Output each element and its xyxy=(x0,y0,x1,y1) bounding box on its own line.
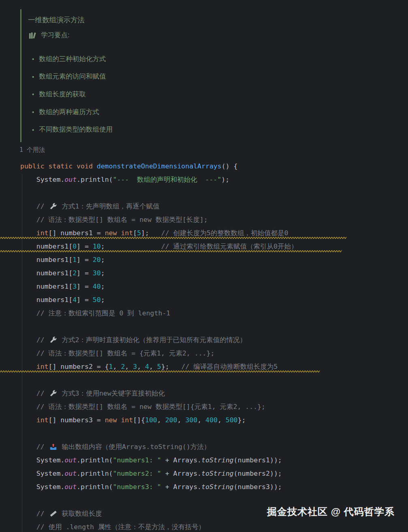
doc-bullet: 数组的两种遍历方式 xyxy=(28,103,312,121)
code-line[interactable]: public static void demonstrateOneDimensi… xyxy=(20,160,297,173)
code-line[interactable]: System.out.println("numbers1: " + Arrays… xyxy=(20,453,297,467)
code-line[interactable] xyxy=(20,427,297,440)
code-line[interactable]: // 使用 .length 属性（注意：不是方法，没有括号） xyxy=(20,520,297,532)
code-block[interactable]: public static void demonstrateOneDimensi… xyxy=(20,160,297,532)
code-line[interactable]: // 获取数组长度 xyxy=(20,507,297,520)
doc-bullet: 数组长度的获取 xyxy=(28,85,312,103)
doc-bullet-list: 数组的三种初始化方式数组元素的访问和赋值数组长度的获取数组的两种遍历方式不同数据… xyxy=(28,50,312,138)
code-line[interactable] xyxy=(20,186,297,200)
doc-heading-label: 学习要点: xyxy=(41,31,70,40)
doc-bullet: 数组元素的访问和赋值 xyxy=(28,68,312,86)
code-line[interactable]: System.out.println("--- 数组的声明和初始化 ---"); xyxy=(20,173,297,186)
code-line[interactable]: // 语法：数据类型[] 数组名 = {元素1, 元素2, ...}; xyxy=(20,347,297,360)
code-line[interactable]: // 方式1：先声明数组，再逐个赋值 xyxy=(20,200,297,213)
warning-squiggle xyxy=(0,250,342,253)
wrench-icon xyxy=(49,336,57,343)
warning-squiggle xyxy=(0,370,320,373)
code-line[interactable]: int[] numbers2 = {1, 2, 3, 4, 5}; // 编译器… xyxy=(20,360,297,373)
warning-squiggle xyxy=(0,237,347,239)
wrench-icon xyxy=(49,390,57,397)
code-line[interactable]: // 语法：数据类型[] 数组名 = new 数据类型[长度]; xyxy=(20,213,297,226)
code-line[interactable]: // 语法：数据类型[] 数组名 = new 数据类型[]{元素1, 元素2, … xyxy=(20,400,297,413)
code-line[interactable]: int[] numbers1 = new int[5]; // 创建长度为5的整… xyxy=(20,226,297,240)
code-line[interactable]: System.out.println("numbers3: " + Arrays… xyxy=(20,480,297,494)
wrench-icon xyxy=(49,203,57,210)
usages-hint[interactable]: 1 个用法 xyxy=(19,146,45,154)
code-line[interactable] xyxy=(20,494,297,507)
code-line[interactable]: // 注意：数组索引范围是 0 到 length-1 xyxy=(20,306,297,320)
code-line[interactable]: numbers1[4] = 50; xyxy=(20,293,297,306)
doc-heading-icon xyxy=(28,32,38,39)
watermark: 掘金技术社区 @ 代码哲学系 xyxy=(267,505,395,518)
doc-bullet: 数组的三种初始化方式 xyxy=(28,50,312,68)
code-line[interactable]: numbers1[0] = 10; // 通过索引给数组元素赋值（索引从0开始） xyxy=(20,240,297,253)
doc-bullet: 不同数据类型的数组使用 xyxy=(28,121,312,138)
books-icon xyxy=(29,32,37,39)
code-line[interactable]: // 方式2：声明时直接初始化（推荐用于已知所有元素值的情况） xyxy=(20,333,297,347)
code-line[interactable]: // 输出数组内容（使用Arrays.toString()方法） xyxy=(20,440,297,453)
code-line[interactable] xyxy=(20,373,297,387)
editor-screen: 一维数组演示方法 学习要点: 数组的三种初始化方式数组元素的访问和赋值数组长度的… xyxy=(0,0,408,532)
code-line[interactable]: numbers1[1] = 20; xyxy=(20,253,297,266)
doc-comment-block: 一维数组演示方法 学习要点: 数组的三种初始化方式数组元素的访问和赋值数组长度的… xyxy=(20,9,312,142)
outbox-tray-icon xyxy=(49,443,57,450)
code-line[interactable]: System.out.println("numbers2: " + Arrays… xyxy=(20,467,297,480)
code-line[interactable]: numbers1[2] = 30; xyxy=(20,266,297,280)
code-line[interactable] xyxy=(20,320,297,333)
doc-title: 一维数组演示方法 xyxy=(28,15,312,25)
doc-heading: 学习要点: xyxy=(28,31,312,40)
ruler-icon xyxy=(49,510,57,517)
code-line[interactable]: // 方式3：使用new关键字直接初始化 xyxy=(20,387,297,400)
code-line[interactable]: numbers1[3] = 40; xyxy=(20,280,297,293)
code-line[interactable]: int[] numbers3 = new int[]{100, 200, 300… xyxy=(20,413,297,427)
